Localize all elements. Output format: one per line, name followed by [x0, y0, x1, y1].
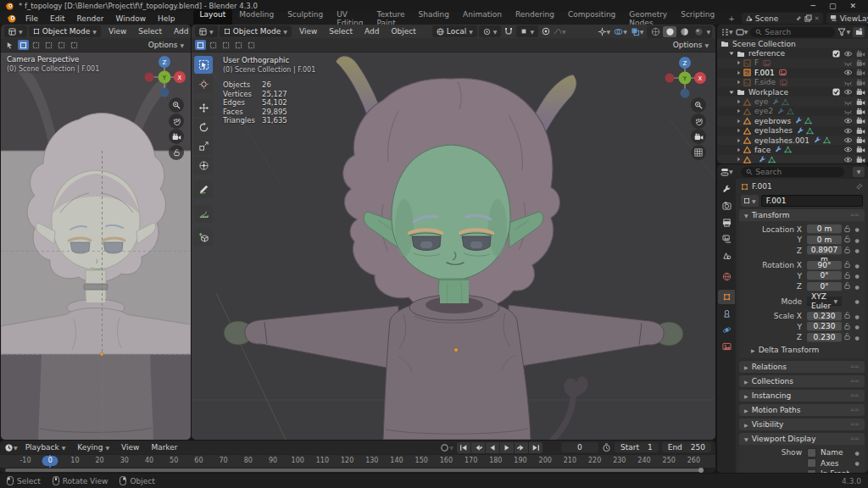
camera-visibility-icon[interactable]	[856, 79, 865, 86]
mode-dropdown[interactable]: Object Mode▼	[29, 25, 101, 37]
menu-marker[interactable]: Marker	[145, 442, 183, 452]
select-mode-1[interactable]	[31, 40, 42, 50]
play-button[interactable]	[500, 442, 514, 453]
menu-add[interactable]: Add	[168, 26, 191, 36]
outliner-row-eyebrows[interactable]: eyebrows	[717, 116, 868, 125]
timeline-ruler[interactable]: -100102030405060708090100110120130140150…	[0, 454, 715, 468]
shading-dropdown-icon[interactable]: ▼	[706, 29, 710, 35]
object-name-field[interactable]: F.001	[761, 195, 863, 207]
unlink-scene-icon[interactable]: ✕	[815, 15, 820, 22]
chevron-right-icon[interactable]	[736, 108, 742, 114]
frame-start-field[interactable]: Start1	[615, 442, 659, 452]
outliner-row-F[interactable]: F	[717, 58, 868, 68]
camera-visibility-icon[interactable]	[856, 59, 865, 67]
menu-keying[interactable]: Keying ▼	[71, 442, 115, 452]
viewport-main-content[interactable]: User Orthographic (0) Scene Collection |…	[192, 53, 715, 440]
scale-tool-button[interactable]	[194, 137, 213, 155]
viewlayer-selector[interactable]: ViewLayer ✕	[826, 13, 868, 24]
menu-render[interactable]: Render	[71, 14, 110, 24]
camera-visibility-icon[interactable]	[856, 136, 865, 144]
outliner-row-face[interactable]: face	[717, 145, 868, 154]
pan-nav-icon[interactable]	[691, 114, 706, 129]
chevron-right-icon[interactable]	[736, 98, 742, 105]
navigation-gizmo[interactable]: Z X Y	[660, 53, 709, 103]
checkbox-in-front[interactable]	[807, 469, 816, 473]
grid-nav-icon[interactable]	[691, 145, 706, 160]
zoom-nav-icon[interactable]	[691, 97, 706, 113]
viewport-display-header[interactable]: ▼Viewport Display══	[739, 433, 865, 445]
minimize-button[interactable]: ─	[811, 2, 815, 10]
scrollbar-handle[interactable]	[698, 468, 704, 473]
breadcrumb-object[interactable]: F.001	[752, 182, 772, 191]
maximize-button[interactable]: ▢	[829, 2, 837, 10]
lock-icon[interactable]	[842, 235, 853, 245]
menu-view[interactable]: View	[115, 442, 145, 452]
outliner-row-reference[interactable]: reference	[717, 48, 868, 58]
options-dropdown[interactable]: Options▼	[148, 41, 187, 49]
move-tool-button[interactable]	[194, 99, 213, 117]
properties-tab-constraints[interactable]	[718, 307, 735, 321]
chevron-right-icon[interactable]	[736, 118, 742, 125]
eye-closed-icon[interactable]	[843, 79, 853, 86]
falloff-dropdown-icon[interactable]: ▼	[554, 28, 566, 35]
camera-visibility-icon[interactable]	[856, 117, 865, 125]
camera-visibility-icon[interactable]	[856, 108, 865, 115]
animate-dot[interactable]: ●	[853, 226, 861, 232]
timeline-editor-icon[interactable]: ▼	[4, 443, 18, 452]
panel-header-instancing[interactable]: ▶Instancing══	[739, 390, 865, 402]
pan-nav-icon[interactable]	[169, 114, 184, 129]
value-field[interactable]: 0 m	[807, 236, 842, 245]
transform-orientation-dropdown[interactable]: Local▼	[432, 25, 477, 37]
camera-visibility-icon[interactable]	[856, 88, 865, 96]
add-workspace-button[interactable]: +	[721, 14, 742, 24]
show-gizmo-dropdown[interactable]: ▼	[598, 27, 611, 36]
eye-closed-icon[interactable]	[843, 108, 853, 115]
frame-end-field[interactable]: End250	[662, 442, 711, 452]
outliner-row-F-001[interactable]: F.001	[717, 68, 868, 77]
chevron-right-icon[interactable]	[736, 147, 742, 153]
lock-icon[interactable]	[842, 322, 853, 332]
outliner-row-Workplace[interactable]: Workplace	[717, 87, 868, 97]
new-collection-button[interactable]	[853, 27, 865, 37]
mode-dropdown[interactable]: Object Mode▼	[220, 25, 292, 37]
transform-panel-header[interactable]: ▼Transform══	[739, 209, 865, 221]
viewport-camera-content[interactable]: Camera Perspective (0) Scene Collection …	[1, 53, 191, 440]
value-field[interactable]: 0°	[807, 271, 842, 280]
eye-open-icon[interactable]	[843, 136, 853, 144]
outliner-row-eyelashes[interactable]: eyelashes	[717, 126, 868, 136]
navigation-gizmo[interactable]: Z X Y	[140, 53, 189, 102]
value-field[interactable]: 0.230	[807, 312, 842, 321]
scrollbar-thumb[interactable]	[5, 469, 702, 472]
properties-search-input[interactable]: Search	[741, 167, 844, 177]
pin-icon[interactable]	[795, 15, 802, 22]
animate-dot[interactable]: ●	[853, 298, 861, 304]
lock-icon[interactable]	[842, 332, 853, 342]
value-field[interactable]: 0.230	[807, 322, 842, 331]
select-mode-4[interactable]	[246, 40, 257, 50]
animate-dot[interactable]: ●	[853, 335, 861, 341]
timeline-scrollbar[interactable]	[0, 468, 715, 473]
properties-editor-icon[interactable]: ▼	[721, 168, 733, 176]
checkbox-name[interactable]	[807, 448, 816, 458]
menu-view[interactable]: View	[293, 26, 323, 36]
animate-dot[interactable]: ●	[853, 313, 861, 319]
eye-closed-icon[interactable]	[843, 59, 853, 67]
eye-open-icon[interactable]	[843, 88, 853, 96]
camera-visibility-icon[interactable]	[856, 146, 865, 153]
camera-nav-icon[interactable]	[691, 129, 706, 144]
outliner-row-eye2[interactable]: eye2	[717, 107, 868, 116]
select-mode-0[interactable]	[195, 40, 206, 50]
animate-dot[interactable]: ●	[853, 450, 861, 456]
animate-dot[interactable]: ●	[853, 273, 861, 279]
shading-material-icon[interactable]	[677, 26, 691, 37]
camera-visibility-icon[interactable]	[856, 69, 865, 76]
menu-select[interactable]: Select	[323, 26, 359, 36]
checkbox-icon[interactable]	[832, 88, 840, 96]
chevron-right-icon[interactable]	[736, 69, 742, 76]
lock-icon[interactable]	[842, 260, 853, 270]
animate-dot[interactable]: ●	[853, 284, 861, 290]
eye-open-icon[interactable]	[843, 156, 853, 164]
properties-options-icon[interactable]: ▼	[853, 167, 865, 177]
jump-start-button[interactable]	[457, 442, 470, 453]
proportional-edit-icon[interactable]	[540, 27, 552, 36]
